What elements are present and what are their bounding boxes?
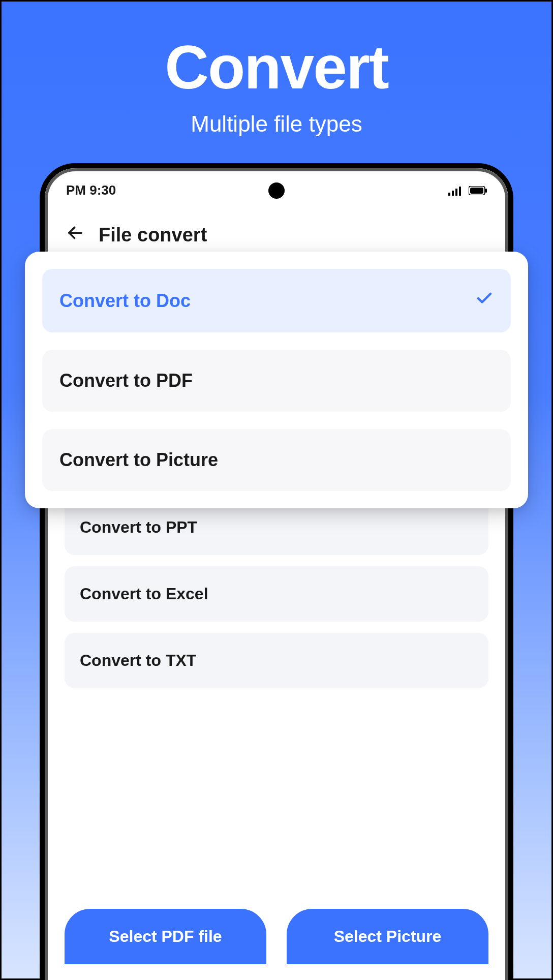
- app-header: File convert: [45, 203, 508, 257]
- hero-title: Convert: [2, 32, 551, 102]
- option-convert-pdf[interactable]: Convert to PDF: [42, 350, 511, 412]
- option-label: Convert to Excel: [80, 585, 208, 603]
- option-convert-txt[interactable]: Convert to TXT: [65, 633, 488, 688]
- option-convert-doc[interactable]: Convert to Doc: [42, 269, 511, 332]
- battery-icon: [469, 186, 487, 195]
- svg-rect-1: [452, 191, 454, 196]
- select-picture-button[interactable]: Select Picture: [287, 909, 488, 964]
- hero: Convert Multiple file types: [2, 2, 551, 137]
- select-pdf-button[interactable]: Select PDF file: [65, 909, 266, 964]
- svg-rect-5: [470, 188, 483, 194]
- popup-options-card: Convert to Doc Convert to PDF Convert to…: [25, 252, 528, 508]
- svg-rect-0: [448, 193, 450, 196]
- bottom-button-row: Select PDF file Select Picture: [65, 909, 488, 964]
- hero-subtitle: Multiple file types: [2, 111, 551, 137]
- status-time: PM 9:30: [66, 182, 116, 198]
- svg-rect-2: [455, 189, 457, 196]
- promo-frame: Convert Multiple file types PM 9:30 File…: [0, 0, 553, 980]
- lower-options-list: Convert to PPT Convert to Excel Convert …: [65, 500, 488, 699]
- option-convert-excel[interactable]: Convert to Excel: [65, 566, 488, 622]
- option-convert-picture[interactable]: Convert to Picture: [42, 429, 511, 491]
- option-label: Convert to PDF: [59, 370, 193, 391]
- option-label: Convert to Picture: [59, 449, 218, 471]
- back-arrow-icon[interactable]: [66, 224, 84, 247]
- svg-rect-3: [459, 187, 461, 196]
- option-label: Convert to TXT: [80, 651, 196, 669]
- camera-notch: [268, 182, 285, 199]
- svg-rect-6: [485, 189, 487, 193]
- check-icon: [475, 289, 494, 312]
- option-label: Convert to PPT: [80, 518, 197, 536]
- page-title: File convert: [99, 224, 207, 246]
- status-right: [448, 186, 487, 196]
- signal-icon: [448, 186, 464, 196]
- option-label: Convert to Doc: [59, 290, 191, 312]
